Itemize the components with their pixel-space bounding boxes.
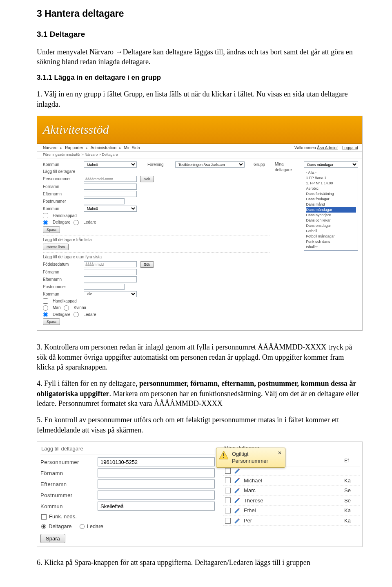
- fornamn2-input[interactable]: [84, 269, 137, 275]
- efternamn-input[interactable]: [84, 191, 137, 197]
- mina-deltagare-header: Mina deltagare: [275, 161, 299, 173]
- fornamn-label: Förnamn: [43, 184, 80, 190]
- kvinna-radio[interactable]: [64, 305, 69, 311]
- handikappad2-checkbox[interactable]: [43, 298, 48, 304]
- logout-link[interactable]: Logga ut: [342, 146, 358, 150]
- row-checkbox[interactable]: [225, 508, 231, 513]
- kommun3-select[interactable]: Ale: [84, 291, 137, 297]
- s2-fornamn-input[interactable]: [98, 468, 215, 477]
- from-list-label: Lägg till deltagare från lista: [43, 237, 270, 243]
- grupp-option[interactable]: Dans och lekar: [306, 218, 356, 223]
- grupp-option[interactable]: 1. FP Nr 1 14.00: [306, 181, 356, 186]
- grupp-option[interactable]: Dans månd: [306, 202, 356, 207]
- edit-icon[interactable]: [234, 487, 241, 494]
- grupp-option[interactable]: Kultur: [306, 250, 356, 251]
- grupp-option[interactable]: Dans måndagar: [306, 207, 356, 213]
- kommun-select[interactable]: Malmö: [84, 161, 137, 168]
- kommun2-label: Kommun: [43, 206, 80, 212]
- utan-fyra-label: Lägg till deltagare utan fyra sista: [43, 254, 270, 260]
- grupp-option[interactable]: 1 FP Bana 1: [306, 175, 356, 181]
- app-banner: Aktivitetsstöd: [37, 116, 362, 144]
- row-firstname: Therese: [244, 497, 341, 504]
- grupp-option[interactable]: Isballet: [306, 244, 356, 250]
- s2-spara-button[interactable]: Spara: [40, 534, 65, 543]
- s2-postnr-input[interactable]: [98, 491, 215, 500]
- s2-pn-input[interactable]: [98, 457, 215, 466]
- heading-3: 3.1.1 Lägga in en deltagare i en grupp: [37, 73, 363, 83]
- edit-icon[interactable]: [234, 468, 241, 474]
- row-checkbox[interactable]: [225, 468, 231, 474]
- grupp-dropdown-list[interactable]: - Alla -1 FP Bana 11. FP Nr 1 14.00Aerob…: [304, 169, 358, 251]
- tooltip-line1: Ogiltigt: [232, 450, 274, 458]
- edit-icon[interactable]: [234, 497, 241, 504]
- s2-deltagare-radio[interactable]: [41, 524, 46, 529]
- deltagare2-radio[interactable]: [43, 312, 48, 317]
- tooltip-line2: Personnummer: [232, 457, 274, 465]
- row-checkbox[interactable]: [225, 488, 231, 493]
- grupp-label: Grupp: [254, 162, 270, 168]
- efternamn2-input[interactable]: [84, 276, 137, 282]
- hamta-lista-button[interactable]: Hämta lista: [43, 244, 69, 250]
- man-radio[interactable]: [43, 305, 48, 311]
- top-nav: Närvaro ▸ Rapporter ▸ Administration ▸ M…: [37, 144, 362, 152]
- grupp-option[interactable]: - Alla -: [306, 170, 356, 175]
- welcome-user[interactable]: Åsa Admin!: [317, 146, 338, 150]
- kommun3-label: Kommun: [43, 291, 80, 297]
- grupp-option[interactable]: Dans fortsättning: [306, 191, 356, 197]
- s2-kommun-select[interactable]: Skellefteå: [98, 502, 215, 511]
- table-row: [223, 466, 360, 476]
- spara-button-2[interactable]: Spara: [43, 318, 60, 325]
- fodelsedatum-input[interactable]: [84, 261, 137, 267]
- row-checkbox[interactable]: [225, 477, 231, 483]
- grupp-option[interactable]: Fotboll: [306, 229, 356, 234]
- postnummer-input[interactable]: [84, 198, 125, 204]
- s2-deltagare-label: Deltagare: [49, 523, 71, 530]
- ledare2-label: Ledare: [83, 312, 96, 318]
- grupp-option[interactable]: Fotboll måndagar: [306, 234, 356, 239]
- grupp-option[interactable]: Dans fredagar: [306, 197, 356, 202]
- row-lastname: Ka: [344, 507, 358, 514]
- ledare-label: Ledare: [83, 220, 96, 225]
- s2-efternamn-input[interactable]: [98, 479, 215, 488]
- row-lastname: Se: [344, 497, 358, 504]
- nav-narvaro[interactable]: Närvaro: [43, 146, 58, 150]
- grupp-option[interactable]: Dans onsdagar: [306, 223, 356, 229]
- sok-button-2[interactable]: Sök: [140, 261, 154, 268]
- efternamn2-label: Efternamn: [43, 277, 80, 282]
- ledare2-radio[interactable]: [74, 312, 79, 317]
- screenshot-aktivitetsstod: Aktivitetsstöd Närvaro ▸ Rapporter ▸ Adm…: [37, 116, 363, 331]
- close-icon[interactable]: ✕: [277, 450, 283, 455]
- nav-rapporter[interactable]: Rapporter: [65, 146, 83, 150]
- screenshot-invalid-pn: Lägg till deltagare Personnummer Förnamn…: [37, 441, 363, 547]
- s2-funk-checkbox[interactable]: [41, 514, 47, 520]
- nav-admin[interactable]: Administration: [91, 146, 116, 150]
- ledare-radio[interactable]: [74, 220, 79, 225]
- s2-pn-label: Personnummer: [40, 459, 94, 466]
- row-checkbox[interactable]: [225, 518, 231, 524]
- edit-icon[interactable]: [234, 477, 241, 484]
- personnummer-input[interactable]: [84, 176, 137, 182]
- fornamn-input[interactable]: [84, 184, 137, 190]
- table-row: MichaelKa: [223, 476, 360, 486]
- row-lastname: Se: [344, 487, 358, 494]
- fodelsedatum-label: Födelsedatum: [43, 262, 80, 267]
- sok-button-1[interactable]: Sök: [140, 176, 154, 182]
- s2-left-header: Lägg till deltagare: [40, 444, 215, 455]
- grupp-option[interactable]: Aerobic: [306, 186, 356, 191]
- nav-minsida[interactable]: Min Sida: [124, 146, 140, 150]
- edit-icon[interactable]: [234, 518, 241, 524]
- edit-icon[interactable]: [234, 507, 241, 514]
- spara-button-1[interactable]: Spara: [43, 226, 60, 233]
- row-firstname: Marc: [244, 487, 341, 494]
- grupp-option[interactable]: Funk och dans: [306, 239, 356, 244]
- deltagare-radio[interactable]: [43, 220, 48, 225]
- handikappad-checkbox[interactable]: [43, 213, 48, 218]
- forening-select[interactable]: Testföreningen Åsa Jarlstam: [175, 161, 245, 168]
- invalid-pn-tooltip: Ogiltigt Personnummer ✕: [216, 448, 285, 468]
- row-checkbox[interactable]: [225, 497, 231, 503]
- grupp-select[interactable]: Dans måndagar: [304, 161, 358, 168]
- s2-ledare-radio[interactable]: [80, 524, 85, 529]
- postnummer2-input[interactable]: [84, 284, 125, 290]
- grupp-option[interactable]: Dans nybörjare: [306, 213, 356, 218]
- kommun2-select[interactable]: Malmö: [84, 206, 137, 212]
